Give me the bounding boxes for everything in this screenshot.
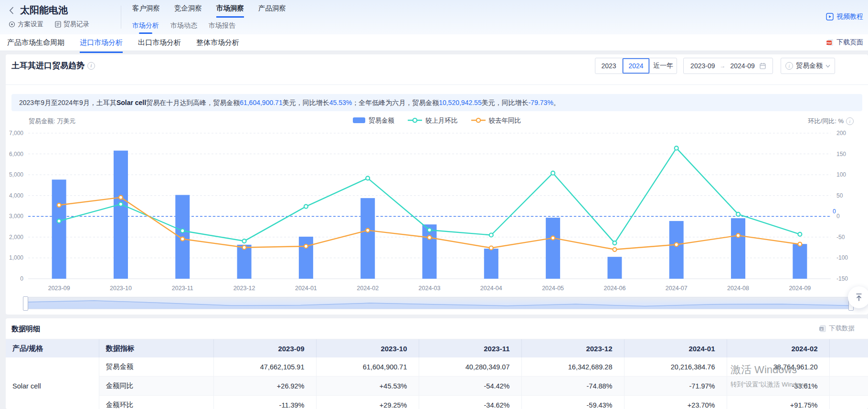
top-tab-row: 客户洞察竞企洞察市场洞察产品洞察 (132, 4, 286, 18)
chart-title: 土耳其进口贸易趋势 (11, 60, 85, 71)
svg-text:7,000: 7,000 (9, 130, 23, 136)
left-axis-label: 贸易金额: 万美元 (29, 117, 75, 126)
download-data-label: 下载数据 (829, 324, 855, 333)
second-tab-3[interactable]: 市场报告 (209, 21, 235, 34)
top-tab-3[interactable]: 市场洞察 (216, 4, 244, 18)
market-analysis-tabs: 产品市场生命周期进口市场分析出口市场分析整体市场分析 (7, 34, 239, 53)
second-tab-1[interactable]: 市场分析 (132, 21, 159, 34)
trade-records-label: 贸易记录 (64, 20, 89, 29)
year-button-近一年[interactable]: 近一年 (650, 58, 677, 73)
value-cell: 47,662,105.91 (213, 357, 316, 377)
download-page-button[interactable]: PDF 下载页面 (826, 38, 863, 47)
table-header-7: 2024-01 (624, 339, 727, 357)
svg-text:0: 0 (836, 213, 840, 220)
metric-select-value: 贸易金额 (796, 62, 823, 70)
empty-cell (829, 396, 868, 409)
table-header-3: 2023-09 (213, 339, 316, 357)
table-header-5: 2023-11 (419, 339, 521, 357)
legend-item-3[interactable]: 较去年同比 (471, 116, 521, 125)
data-table-head: 产品/规格数据指标2023-092023-102023-112023-12202… (6, 339, 868, 357)
svg-text:2024-01: 2024-01 (295, 285, 317, 292)
table-header-empty (829, 339, 868, 357)
target-icon (9, 21, 15, 28)
summary-segment: 10,520,942.55 (439, 99, 482, 106)
video-tutorial-button[interactable]: 视频教程 (826, 12, 863, 21)
svg-text:200: 200 (836, 130, 846, 136)
date-range-picker[interactable]: 2023-09 → 2024-09 (683, 58, 773, 74)
nav3-tab-4[interactable]: 整体市场分析 (196, 34, 239, 53)
summary-segment: 美元，同比增长 (283, 99, 329, 106)
value-cell: +45.53% (316, 377, 419, 396)
header-bar: 太阳能电池 方案设置 贸易记录 客户洞察竞企洞察市场洞察产品洞察 市场分析市场动… (0, 0, 868, 34)
svg-text:50: 50 (836, 192, 843, 199)
legend-bar-swatch (353, 117, 365, 125)
info-icon[interactable]: i (846, 117, 854, 125)
back-button[interactable] (9, 6, 14, 17)
svg-text:6,000: 6,000 (9, 151, 23, 157)
svg-text:3,000: 3,000 (9, 213, 23, 220)
svg-text:2024-02: 2024-02 (357, 285, 379, 292)
summary-segment: ；全年低峰为六月，贸易金额 (352, 99, 439, 106)
indicator-cell: 贸易金额 (99, 357, 213, 377)
chevron-left-icon (9, 6, 14, 15)
metric-select[interactable]: i 贸易金额 (781, 58, 835, 74)
plan-settings-label: 方案设置 (18, 20, 43, 29)
table-row-金额同比: 金额同比+26.92%+45.53%-54.42%-74.88%-71.97%-… (6, 377, 868, 396)
page: 太阳能电池 方案设置 贸易记录 客户洞察竞企洞察市场洞察产品洞察 市场分析市场动… (0, 0, 868, 409)
legend-item-2[interactable]: 较上月环比 (408, 116, 458, 125)
value-cell: -54.42% (419, 377, 521, 396)
datazoom-band[interactable] (25, 297, 852, 309)
right-axis-label-text: 环比/同比: % (808, 117, 844, 126)
top-tab-4[interactable]: 产品洞察 (258, 4, 286, 18)
nav3-tab-1[interactable]: 产品市场生命周期 (7, 34, 64, 53)
summary-segment: 贸易在十月达到高峰，贸易金额 (146, 99, 240, 106)
excel-icon: X (819, 325, 826, 332)
svg-text:-50: -50 (836, 234, 845, 241)
summary-segment: 。 (553, 99, 560, 106)
summary-segment: 61,604,900.71 (240, 99, 283, 106)
summary-segment: 2023年9月至2024年9月，土耳其 (19, 99, 116, 106)
table-row-金额环比: 金额环比-11.39%+29.25%-34.62%-59.43%+23.70%+… (6, 396, 868, 409)
value-cell: +29.25% (316, 396, 419, 409)
date-to-value: 2024-09 (730, 62, 755, 70)
chart-title-row: 土耳其进口贸易趋势 i (11, 60, 95, 71)
table-header-row: 产品/规格数据指标2023-092023-102023-112023-12202… (6, 339, 868, 357)
summary-segment: 45.53% (329, 99, 352, 106)
nav3-tab-3[interactable]: 出口市场分析 (138, 34, 181, 53)
second-tab-2[interactable]: 市场动态 (170, 21, 197, 34)
svg-text:-150: -150 (836, 275, 848, 282)
info-icon[interactable]: i (87, 62, 95, 70)
download-data-button[interactable]: X 下载数据 (819, 324, 855, 333)
summary-segment: 美元，同比增长 (482, 99, 529, 106)
svg-text:1,000: 1,000 (9, 254, 23, 261)
top-tab-2[interactable]: 竞企洞察 (174, 4, 202, 18)
datazoom-slider[interactable] (25, 297, 852, 309)
back-to-top-button[interactable] (848, 286, 868, 308)
svg-text:2023-10: 2023-10 (110, 285, 132, 292)
top-tab-1[interactable]: 客户洞察 (132, 4, 160, 18)
year-button-2023[interactable]: 2023 (595, 58, 623, 73)
value-cell: 40,280,349.07 (419, 357, 521, 377)
nav3-tab-2[interactable]: 进口市场分析 (80, 34, 123, 53)
legend-line-swatch (471, 117, 486, 125)
info-icon: i (785, 62, 793, 70)
year-button-2024[interactable]: 2024 (623, 58, 650, 73)
value-cell: -11.39% (213, 396, 316, 409)
datazoom-handle-left[interactable] (23, 296, 28, 311)
value-cell: +26.92% (213, 377, 316, 396)
arrow-to-top-icon (854, 293, 864, 302)
trade-records-link[interactable]: 贸易记录 (55, 20, 89, 29)
value-cell: 61,604,900.71 (316, 357, 419, 377)
trend-chart[interactable]: 7,0002006,0001505,0001004,000503,00002,0… (6, 126, 868, 298)
calendar-icon (760, 63, 766, 69)
download-page-label: 下载页面 (836, 38, 863, 47)
play-icon (826, 13, 834, 21)
legend-item-1[interactable]: 贸易金额 (353, 116, 394, 125)
svg-text:PDF: PDF (826, 42, 831, 44)
legend-line-swatch (408, 117, 422, 125)
table-header-2: 数据指标 (99, 339, 213, 357)
plan-settings-link[interactable]: 方案设置 (9, 20, 43, 29)
import-trend-card: 土耳其进口贸易趋势 i 20232024近一年 2023-09 → 2024-0… (6, 54, 868, 315)
table-header-6: 2023-12 (521, 339, 624, 357)
value-cell: -33.61% (727, 377, 829, 396)
